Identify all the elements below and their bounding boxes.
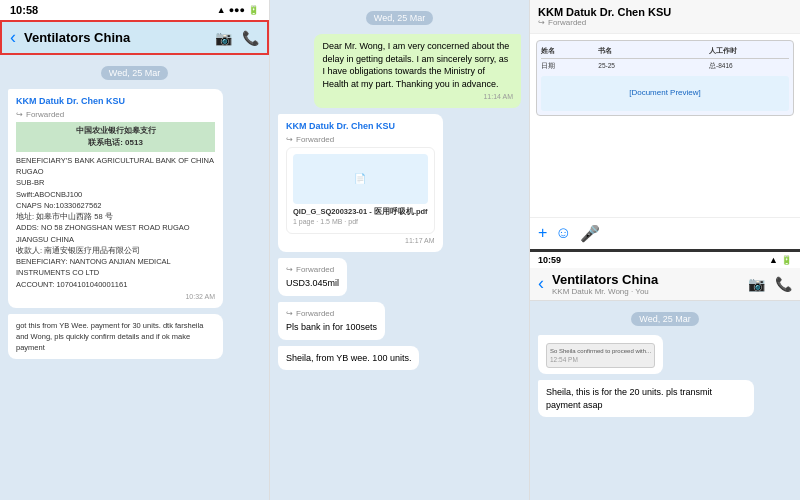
chat-area-panel1: Wed, 25 Mar KKM Datuk Dr. Chen KSU ↪ For… xyxy=(0,55,269,500)
mic-icon[interactable]: 🎤 xyxy=(580,224,600,243)
sheila-20-bubble: Sheila, this is for the 20 units. pls tr… xyxy=(538,380,754,417)
time-panel3: 10:59 xyxy=(538,255,561,265)
chat-area-panel3: Wed, 25 Mar So Sheila confirmed to proce… xyxy=(530,301,800,501)
battery-icon-2: 🔋 xyxy=(781,255,792,265)
panel3-bottom: 10:59 ▲ 🔋 ‹ Ventilators China KKM Datuk … xyxy=(530,252,800,501)
doc-time: 11:17 AM xyxy=(286,236,435,246)
bottom-msg-bubble: got this from YB Wee. payment for 30 uni… xyxy=(8,314,223,360)
bank-line-4: CNAPS No:10330627562 xyxy=(16,200,215,211)
usd-text: USD3.045mil xyxy=(286,277,339,290)
status-icons-panel3: ▲ 🔋 xyxy=(769,255,792,265)
phone-icon-2[interactable]: 📞 xyxy=(775,276,792,292)
kkm-title: KKM Datuk Dr. Chen KSU xyxy=(538,6,792,18)
video-icon-2[interactable]: 📷 xyxy=(748,276,765,292)
sent-text: Dear Mr. Wong, I am very concerned about… xyxy=(322,40,513,90)
forward-icon: ↪ xyxy=(16,109,23,120)
kkm-subtitle: ↪ Forwarded xyxy=(538,18,792,27)
bank-line-7: 收款人: 南通安银医疗用品有限公司 xyxy=(16,245,215,256)
signal-icon: ●●● xyxy=(229,5,245,15)
bank-line-1: BENEFICIARY'S BANK AGRICULTURAL BANK OF … xyxy=(16,155,215,178)
bank-in-text: Pls bank in for 100sets xyxy=(286,321,377,334)
nav-bar-panel1: ‹ Ventilators China 📷 📞 xyxy=(0,20,269,55)
forwarded-label-3: ↪ Forwarded xyxy=(286,264,339,275)
plus-icon[interactable]: + xyxy=(538,224,547,242)
sheila-text: Sheila, from YB wee. 100 units. xyxy=(286,352,411,365)
doc-meta: 1 page · 1.5 MB · pdf xyxy=(293,217,428,227)
col-total: 总-8416 xyxy=(709,61,789,71)
sent-time: 11:14 AM xyxy=(322,92,513,102)
forwarded-label-1: ↪ Forwarded xyxy=(16,109,215,120)
kkm-header: KKM Datuk Dr. Chen KSU ↪ Forwarded xyxy=(530,0,800,34)
back-button-2[interactable]: ‹ xyxy=(538,273,544,294)
doc-table: 姓名 书名 人工作时 日期 25-25 总-8416 [Document Pre… xyxy=(536,40,794,116)
bank-line-5: 地址: 如皋市中山西路 58 号 xyxy=(16,211,215,222)
doc-grid: 姓名 书名 人工作时 日期 25-25 总-8416 [Document Pre… xyxy=(530,34,800,217)
usd-bubble: ↪ Forwarded USD3.045mil xyxy=(278,258,347,296)
nav-icons-panel1: 📷 📞 xyxy=(215,30,259,46)
forwarded-label-2: ↪ Forwarded xyxy=(286,134,435,145)
chat-area-panel2: Wed, 25 Mar Dear Mr. Wong, I am very con… xyxy=(270,0,529,500)
col-name: 姓名 xyxy=(541,45,594,56)
forward-icon-kkm: ↪ xyxy=(538,18,545,27)
status-bar-panel1: 10:58 ▲ ●●● 🔋 xyxy=(0,0,269,20)
bank-line-3: Swift:ABOCNBJ100 xyxy=(16,189,215,200)
pdf-doc-bubble: 📄 QID_G_SQ200323-01 - 医用呼吸机.pdf 1 page ·… xyxy=(286,147,435,234)
bank-in-bubble: ↪ Forwarded Pls bank in for 100sets xyxy=(278,302,385,340)
video-icon[interactable]: 📷 xyxy=(215,30,232,46)
pdf-icon: 📄 xyxy=(354,172,366,186)
bank-line-2: SUB-BR xyxy=(16,177,215,188)
sender-name-2: KKM Datuk Dr. Chen KSU xyxy=(286,120,435,133)
bottom-msg-text: got this from YB Wee. payment for 30 uni… xyxy=(16,320,215,354)
wifi-icon-2: ▲ xyxy=(769,255,778,265)
emoji-icon[interactable]: ☺ xyxy=(555,224,571,242)
col-price: 人工作时 xyxy=(709,45,789,56)
sender-name-1: KKM Datuk Dr. Chen KSU xyxy=(16,95,215,108)
doc-thumbnail: 📄 xyxy=(293,154,428,204)
doc-name: QID_G_SQ200323-01 - 医用呼吸机.pdf xyxy=(293,207,428,218)
bank-header: 中国农业银行如皋支行联系电话: 0513 xyxy=(16,122,215,152)
sent-bubble: Dear Mr. Wong, I am very concerned about… xyxy=(314,34,521,108)
col-date2: 25-25 xyxy=(598,61,705,71)
col-bookname: 书名 xyxy=(598,45,705,56)
bank-line-9: ACCOUNT: 10704101040001161 xyxy=(16,279,215,290)
status-bar-panel3: 10:59 ▲ 🔋 xyxy=(530,252,800,268)
panel2: Wed, 25 Mar Dear Mr. Wong, I am very con… xyxy=(270,0,530,500)
nav-bar-panel3: ‹ Ventilators China KKM Datuk Mr. Wong ·… xyxy=(530,268,800,301)
bank-info: 中国农业银行如皋支行联系电话: 0513 BENEFICIARY'S BANK … xyxy=(16,122,215,290)
status-icons-panel1: ▲ ●●● 🔋 xyxy=(217,5,259,15)
battery-icon: 🔋 xyxy=(248,5,259,15)
time-panel1: 10:58 xyxy=(10,4,38,16)
bank-msg-bubble: KKM Datuk Dr. Chen KSU ↪ Forwarded 中国农业银… xyxy=(8,89,223,308)
panel3: KKM Datuk Dr. Chen KSU ↪ Forwarded 姓名 书名… xyxy=(530,0,800,500)
col-date: 日期 xyxy=(541,61,594,71)
doc-preview-bubble: So Sheila confirmed to proceed with... 1… xyxy=(538,335,663,375)
back-button[interactable]: ‹ xyxy=(10,27,16,48)
nav-title-panel3: Ventilators China xyxy=(552,272,740,287)
sheila-20-text: Sheila, this is for the 20 units. pls tr… xyxy=(546,386,746,411)
doc-stamp: [Document Preview] xyxy=(541,76,789,111)
nav-title-panel1: Ventilators China xyxy=(24,30,207,45)
doc-preview-content: So Sheila confirmed to proceed with... 1… xyxy=(546,343,655,369)
forward-icon-4: ↪ xyxy=(286,308,293,319)
phone-icon[interactable]: 📞 xyxy=(242,30,259,46)
panel1: 10:58 ▲ ●●● 🔋 ‹ Ventilators China 📷 📞 We… xyxy=(0,0,270,500)
sheila-bubble: Sheila, from YB wee. 100 units. xyxy=(278,346,419,371)
date-badge-panel2: Wed, 25 Mar xyxy=(366,11,433,25)
nav-icons-panel3: 📷 📞 xyxy=(748,276,792,292)
date-badge-panel3: Wed, 25 Mar xyxy=(631,312,698,326)
bank-line-6: ADDS: NO 58 ZHONGSHAN WEST ROAD RUGAO JI… xyxy=(16,222,215,245)
forward-icon-3: ↪ xyxy=(286,264,293,275)
nav-sub-panel3: KKM Datuk Mr. Wong · You xyxy=(552,287,740,296)
wifi-icon: ▲ xyxy=(217,5,226,15)
forward-icon-2: ↪ xyxy=(286,134,293,145)
panel3-top: KKM Datuk Dr. Chen KSU ↪ Forwarded 姓名 书名… xyxy=(530,0,800,252)
date-badge-panel1: Wed, 25 Mar xyxy=(101,66,168,80)
doc-msg-bubble: KKM Datuk Dr. Chen KSU ↪ Forwarded 📄 QID… xyxy=(278,114,443,252)
bank-line-8: BENEFICIARY: NANTONG ANJIAN MEDICAL INST… xyxy=(16,256,215,279)
forwarded-label-4: ↪ Forwarded xyxy=(286,308,377,319)
action-bar: + ☺ 🎤 xyxy=(530,217,800,249)
msg-time-1: 10:32 AM xyxy=(16,292,215,302)
